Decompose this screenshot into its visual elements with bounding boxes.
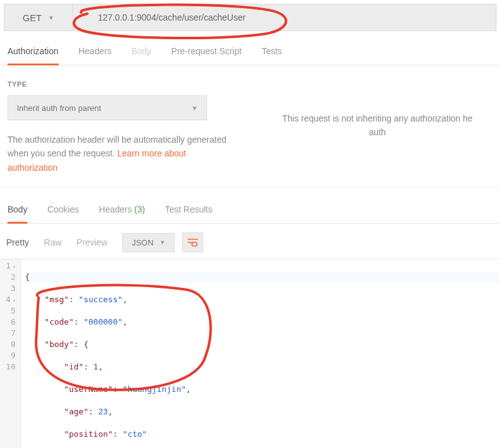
line-gutter: 1 2 3 4 5 6 7 8 9 10 [0,259,21,448]
line-number: 7 [2,328,16,339]
viewer-mode-tabs: Pretty Raw Preview [6,237,107,247]
viewer-raw[interactable]: Raw [44,237,62,247]
wrap-lines-button[interactable] [182,232,203,252]
request-url-bar: GET ▼ [4,4,497,31]
resp-tab-test-results[interactable]: Test Results [165,204,212,223]
tab-body[interactable]: Body [132,46,152,65]
response-tabs: Body Cookies Headers (3) Test Results [0,193,499,224]
line-number: 6 [2,317,16,328]
headers-count: (3) [134,204,145,214]
auth-inherit-message-2: auth [263,125,492,139]
line-number[interactable]: 4 [2,294,16,305]
auth-right-column: This request is not inheriting any autho… [263,80,492,174]
tab-headers[interactable]: Headers [79,46,112,65]
response-viewer-toolbar: Pretty Raw Preview JSON ▼ [0,224,499,259]
resp-tab-headers[interactable]: Headers (3) [99,204,145,223]
code-content[interactable]: { "msg": "success", "code": "000000", "b… [21,259,499,448]
tab-tests[interactable]: Tests [261,46,282,65]
line-number: 2 [2,272,16,283]
response-code-viewer: 1 2 3 4 5 6 7 8 9 10 { "msg": "success",… [0,259,499,448]
auth-left-column: TYPE Inherit auth from parent ▼ The auth… [7,80,238,174]
panel-divider [0,187,499,193]
tab-authorization[interactable]: Authorization [7,46,59,65]
resp-tab-cookies[interactable]: Cookies [47,204,79,223]
line-number: 10 [2,361,16,373]
chevron-down-icon: ▼ [191,105,198,112]
chevron-down-icon: ▼ [160,239,165,245]
auth-type-label: TYPE [7,80,238,88]
response-format-select[interactable]: JSON ▼ [122,233,175,252]
wrap-icon [187,238,198,247]
auth-type-select[interactable]: Inherit auth from parent ▼ [7,95,207,120]
http-method-select[interactable]: GET ▼ [4,4,73,31]
tab-prerequest[interactable]: Pre-request Script [172,46,242,65]
auth-type-value: Inherit auth from parent [17,103,101,113]
viewer-pretty[interactable]: Pretty [6,237,29,247]
line-number: 9 [2,350,16,361]
url-input[interactable] [73,4,496,31]
request-tabs: Authorization Headers Body Pre-request S… [0,31,499,65]
authorization-panel: TYPE Inherit auth from parent ▼ The auth… [0,65,499,187]
resp-tab-headers-label: Headers [99,204,135,214]
auth-help-text: The authorization header will be automat… [7,133,232,174]
line-number: 8 [2,339,16,350]
chevron-down-icon: ▼ [48,14,54,21]
viewer-preview[interactable]: Preview [77,237,108,247]
resp-tab-body[interactable]: Body [7,204,27,224]
http-method-label: GET [22,12,42,23]
line-number: 3 [2,283,16,294]
response-format-label: JSON [132,238,153,247]
line-number: 5 [2,305,16,317]
auth-inherit-message-1: This request is not inheriting any autho… [263,112,492,125]
line-number[interactable]: 1 [2,260,16,272]
